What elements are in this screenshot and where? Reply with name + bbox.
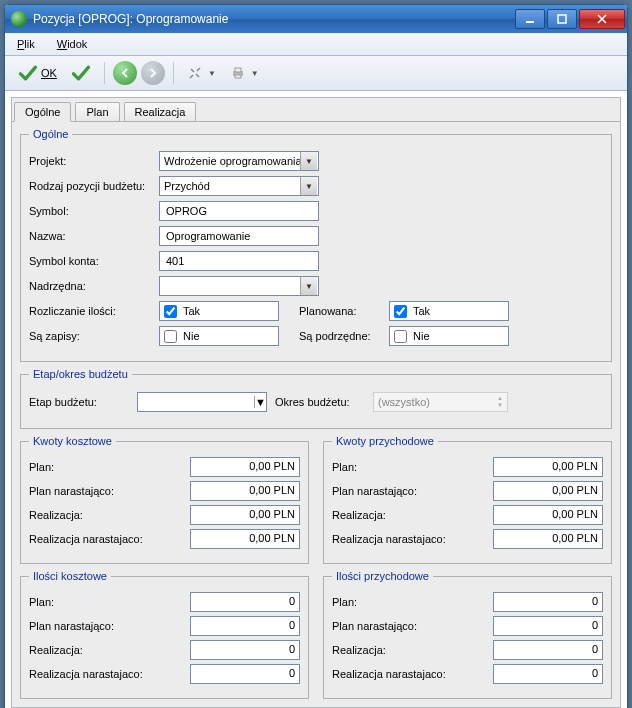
tab-plan[interactable]: Plan <box>75 102 119 121</box>
separator <box>173 62 174 84</box>
label-nadrzedna: Nadrzędna: <box>29 280 159 292</box>
legend-ilosci-przychodowe: Ilości przychodowe <box>332 570 433 582</box>
minimize-button[interactable] <box>515 9 545 29</box>
legend-ilosci-kosztowe: Ilości kosztowe <box>29 570 111 582</box>
tab-panel-general: Ogólne Projekt: Wdrożenie oprogramowania… <box>12 128 620 707</box>
check-rozliczanie[interactable]: Tak <box>159 301 279 321</box>
value-kp-real[interactable]: 0,00 PLN <box>493 505 603 525</box>
spin-okres[interactable]: (wszystko) ▲▼ <box>373 392 508 412</box>
value-kk-real-nar[interactable]: 0,00 PLN <box>190 529 300 549</box>
menu-plik[interactable]: Plik <box>13 36 39 52</box>
apply-button[interactable] <box>66 60 96 86</box>
chevron-down-icon: ▼ <box>300 277 317 295</box>
label-nazwa: Nazwa: <box>29 230 159 242</box>
label-etap: Etap budżetu: <box>29 396 129 408</box>
label-projekt: Projekt: <box>29 155 159 167</box>
chevron-down-icon: ▼ <box>254 396 266 408</box>
label-rodzaj: Rodzaj pozycji budżetu: <box>29 180 159 192</box>
spinner-buttons: ▲▼ <box>497 395 503 409</box>
svg-rect-1 <box>558 15 566 23</box>
maximize-button[interactable] <box>547 9 577 29</box>
value-ip-real-nar[interactable]: 0 <box>493 664 603 684</box>
tools-button[interactable]: ▼ <box>182 62 221 84</box>
check-icon <box>18 63 38 83</box>
chevron-down-icon: ▼ <box>208 69 216 78</box>
group-kwoty-kosztowe: Kwoty kosztowe Plan:0,00 PLN Plan narast… <box>20 435 309 564</box>
group-general: Ogólne Projekt: Wdrożenie oprogramowania… <box>20 128 612 362</box>
label-planowana: Planowana: <box>299 305 389 317</box>
legend-etap: Etap/okres budżetu <box>29 368 132 380</box>
label-okres: Okres budżetu: <box>275 396 365 408</box>
svg-rect-4 <box>235 75 241 78</box>
ok-label: OK <box>41 67 57 79</box>
group-kwoty-przychodowe: Kwoty przychodowe Plan:0,00 PLN Plan nar… <box>323 435 612 564</box>
value-kk-plan-nar[interactable]: 0,00 PLN <box>190 481 300 501</box>
value-ip-real[interactable]: 0 <box>493 640 603 660</box>
ok-button[interactable]: OK <box>13 60 62 86</box>
window: Pozycja [OPROG]: Oprogramowanie Plik Wid… <box>4 4 628 708</box>
separator <box>104 62 105 84</box>
menu-widok[interactable]: Widok <box>53 36 92 52</box>
combo-projekt[interactable]: Wdrożenie oprogramowania ▼ <box>159 151 319 171</box>
group-ilosci-przychodowe: Ilości przychodowe Plan:0 Plan narastają… <box>323 570 612 699</box>
combo-etap[interactable]: ▼ <box>137 392 267 412</box>
input-konto[interactable] <box>159 251 319 271</box>
chevron-down-icon: ▼ <box>251 69 259 78</box>
value-kk-plan[interactable]: 0,00 PLN <box>190 457 300 477</box>
menubar: Plik Widok <box>5 33 627 56</box>
legend-kwoty-przychodowe: Kwoty przychodowe <box>332 435 438 447</box>
nav-forward-button[interactable] <box>141 61 165 85</box>
combo-nadrzedna[interactable]: ▼ <box>159 276 319 296</box>
value-kp-plan-nar[interactable]: 0,00 PLN <box>493 481 603 501</box>
svg-rect-0 <box>526 21 534 23</box>
content-area: Ogólne Plan Realizacja Ogólne Projekt: W… <box>11 97 621 708</box>
input-symbol[interactable] <box>159 201 319 221</box>
group-etap: Etap/okres budżetu Etap budżetu: ▼ Okres… <box>20 368 612 429</box>
titlebar[interactable]: Pozycja [OPROG]: Oprogramowanie <box>5 5 627 33</box>
svg-rect-3 <box>235 68 241 72</box>
check-zapisy[interactable]: Nie <box>159 326 279 346</box>
group-ilosci-kosztowe: Ilości kosztowe Plan:0 Plan narastająco:… <box>20 570 309 699</box>
value-kk-real[interactable]: 0,00 PLN <box>190 505 300 525</box>
app-icon <box>11 11 27 27</box>
check-icon <box>71 63 91 83</box>
value-kp-real-nar[interactable]: 0,00 PLN <box>493 529 603 549</box>
label-konto: Symbol konta: <box>29 255 159 267</box>
legend-kwoty-kosztowe: Kwoty kosztowe <box>29 435 116 447</box>
check-podrzedne[interactable]: Nie <box>389 326 509 346</box>
value-ik-real-nar[interactable]: 0 <box>190 664 300 684</box>
value-ik-plan-nar[interactable]: 0 <box>190 616 300 636</box>
window-title: Pozycja [OPROG]: Oprogramowanie <box>33 12 513 26</box>
value-ik-plan[interactable]: 0 <box>190 592 300 612</box>
tab-strip: Ogólne Plan Realizacja <box>12 98 620 122</box>
value-ip-plan-nar[interactable]: 0 <box>493 616 603 636</box>
chevron-down-icon: ▼ <box>300 177 317 195</box>
value-ip-plan[interactable]: 0 <box>493 592 603 612</box>
value-kp-plan[interactable]: 0,00 PLN <box>493 457 603 477</box>
label-podrzedne: Są podrzędne: <box>299 330 389 342</box>
tab-general[interactable]: Ogólne <box>14 102 71 122</box>
print-button[interactable]: ▼ <box>225 62 264 84</box>
check-planowana[interactable]: Tak <box>389 301 509 321</box>
nav-back-button[interactable] <box>113 61 137 85</box>
tab-realizacja[interactable]: Realizacja <box>124 102 197 121</box>
legend-general: Ogólne <box>29 128 72 140</box>
combo-rodzaj[interactable]: Przychód ▼ <box>159 176 319 196</box>
chevron-down-icon: ▼ <box>300 152 317 170</box>
value-ik-real[interactable]: 0 <box>190 640 300 660</box>
label-symbol: Symbol: <box>29 205 159 217</box>
input-nazwa[interactable] <box>159 226 319 246</box>
label-rozliczanie: Rozliczanie ilości: <box>29 305 159 317</box>
label-zapisy: Są zapisy: <box>29 330 159 342</box>
close-button[interactable] <box>579 9 625 29</box>
toolbar: OK ▼ ▼ <box>5 56 627 91</box>
